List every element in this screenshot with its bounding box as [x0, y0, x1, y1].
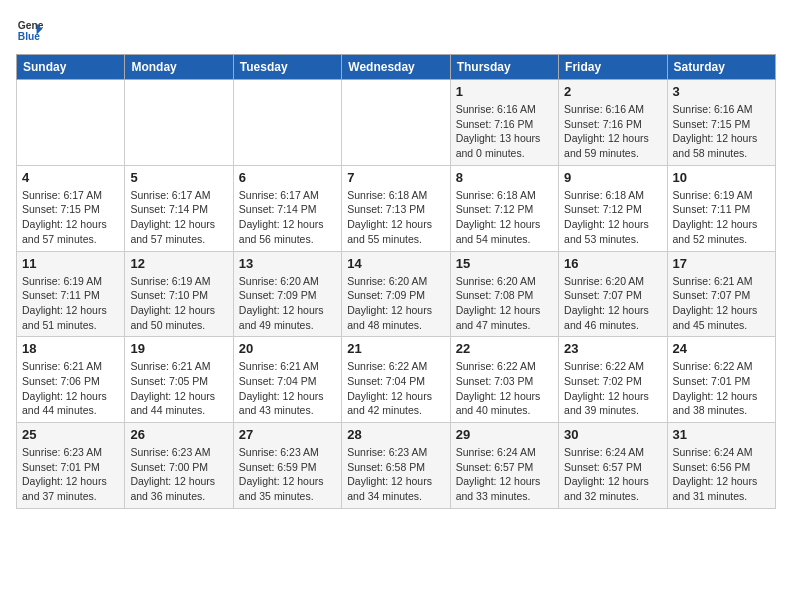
cell-date: 5: [130, 170, 227, 185]
cell-info: Sunrise: 6:24 AM Sunset: 6:57 PM Dayligh…: [564, 445, 661, 504]
cell-date: 2: [564, 84, 661, 99]
cell-date: 4: [22, 170, 119, 185]
cell-info: Sunrise: 6:17 AM Sunset: 7:14 PM Dayligh…: [130, 188, 227, 247]
cell-date: 13: [239, 256, 336, 271]
calendar-cell: 1Sunrise: 6:16 AM Sunset: 7:16 PM Daylig…: [450, 80, 558, 166]
cell-date: 25: [22, 427, 119, 442]
cell-date: 7: [347, 170, 444, 185]
cell-info: Sunrise: 6:21 AM Sunset: 7:05 PM Dayligh…: [130, 359, 227, 418]
cell-date: 27: [239, 427, 336, 442]
calendar-cell: 27Sunrise: 6:23 AM Sunset: 6:59 PM Dayli…: [233, 423, 341, 509]
cell-info: Sunrise: 6:21 AM Sunset: 7:06 PM Dayligh…: [22, 359, 119, 418]
calendar-cell: 4Sunrise: 6:17 AM Sunset: 7:15 PM Daylig…: [17, 165, 125, 251]
cell-info: Sunrise: 6:22 AM Sunset: 7:03 PM Dayligh…: [456, 359, 553, 418]
calendar-cell: 20Sunrise: 6:21 AM Sunset: 7:04 PM Dayli…: [233, 337, 341, 423]
calendar-cell: 14Sunrise: 6:20 AM Sunset: 7:09 PM Dayli…: [342, 251, 450, 337]
logo-icon: General Blue: [16, 16, 44, 44]
week-row-0: 1Sunrise: 6:16 AM Sunset: 7:16 PM Daylig…: [17, 80, 776, 166]
calendar-cell: [125, 80, 233, 166]
cell-info: Sunrise: 6:20 AM Sunset: 7:07 PM Dayligh…: [564, 274, 661, 333]
calendar-cell: 21Sunrise: 6:22 AM Sunset: 7:04 PM Dayli…: [342, 337, 450, 423]
calendar-cell: 2Sunrise: 6:16 AM Sunset: 7:16 PM Daylig…: [559, 80, 667, 166]
calendar-cell: 12Sunrise: 6:19 AM Sunset: 7:10 PM Dayli…: [125, 251, 233, 337]
week-row-1: 4Sunrise: 6:17 AM Sunset: 7:15 PM Daylig…: [17, 165, 776, 251]
page-header: General Blue: [16, 16, 776, 44]
calendar-cell: 28Sunrise: 6:23 AM Sunset: 6:58 PM Dayli…: [342, 423, 450, 509]
weekday-header-friday: Friday: [559, 55, 667, 80]
cell-info: Sunrise: 6:19 AM Sunset: 7:10 PM Dayligh…: [130, 274, 227, 333]
cell-date: 1: [456, 84, 553, 99]
calendar-cell: [17, 80, 125, 166]
cell-info: Sunrise: 6:22 AM Sunset: 7:02 PM Dayligh…: [564, 359, 661, 418]
cell-info: Sunrise: 6:20 AM Sunset: 7:08 PM Dayligh…: [456, 274, 553, 333]
cell-date: 12: [130, 256, 227, 271]
calendar-cell: 29Sunrise: 6:24 AM Sunset: 6:57 PM Dayli…: [450, 423, 558, 509]
weekday-header-saturday: Saturday: [667, 55, 775, 80]
calendar-cell: 19Sunrise: 6:21 AM Sunset: 7:05 PM Dayli…: [125, 337, 233, 423]
week-row-3: 18Sunrise: 6:21 AM Sunset: 7:06 PM Dayli…: [17, 337, 776, 423]
weekday-header-sunday: Sunday: [17, 55, 125, 80]
cell-date: 26: [130, 427, 227, 442]
cell-info: Sunrise: 6:21 AM Sunset: 7:04 PM Dayligh…: [239, 359, 336, 418]
cell-date: 10: [673, 170, 770, 185]
cell-info: Sunrise: 6:24 AM Sunset: 6:57 PM Dayligh…: [456, 445, 553, 504]
cell-date: 22: [456, 341, 553, 356]
cell-info: Sunrise: 6:18 AM Sunset: 7:13 PM Dayligh…: [347, 188, 444, 247]
calendar-cell: 22Sunrise: 6:22 AM Sunset: 7:03 PM Dayli…: [450, 337, 558, 423]
calendar-cell: 7Sunrise: 6:18 AM Sunset: 7:13 PM Daylig…: [342, 165, 450, 251]
cell-date: 19: [130, 341, 227, 356]
cell-date: 29: [456, 427, 553, 442]
cell-info: Sunrise: 6:18 AM Sunset: 7:12 PM Dayligh…: [456, 188, 553, 247]
calendar-cell: 15Sunrise: 6:20 AM Sunset: 7:08 PM Dayli…: [450, 251, 558, 337]
weekday-header-thursday: Thursday: [450, 55, 558, 80]
calendar-cell: 24Sunrise: 6:22 AM Sunset: 7:01 PM Dayli…: [667, 337, 775, 423]
calendar-cell: 30Sunrise: 6:24 AM Sunset: 6:57 PM Dayli…: [559, 423, 667, 509]
cell-date: 21: [347, 341, 444, 356]
calendar-cell: 5Sunrise: 6:17 AM Sunset: 7:14 PM Daylig…: [125, 165, 233, 251]
calendar-cell: 3Sunrise: 6:16 AM Sunset: 7:15 PM Daylig…: [667, 80, 775, 166]
calendar-cell: 31Sunrise: 6:24 AM Sunset: 6:56 PM Dayli…: [667, 423, 775, 509]
cell-info: Sunrise: 6:23 AM Sunset: 7:01 PM Dayligh…: [22, 445, 119, 504]
cell-date: 28: [347, 427, 444, 442]
cell-info: Sunrise: 6:16 AM Sunset: 7:16 PM Dayligh…: [456, 102, 553, 161]
cell-info: Sunrise: 6:22 AM Sunset: 7:01 PM Dayligh…: [673, 359, 770, 418]
cell-info: Sunrise: 6:19 AM Sunset: 7:11 PM Dayligh…: [22, 274, 119, 333]
cell-info: Sunrise: 6:18 AM Sunset: 7:12 PM Dayligh…: [564, 188, 661, 247]
calendar-cell: 8Sunrise: 6:18 AM Sunset: 7:12 PM Daylig…: [450, 165, 558, 251]
calendar-cell: 25Sunrise: 6:23 AM Sunset: 7:01 PM Dayli…: [17, 423, 125, 509]
cell-info: Sunrise: 6:19 AM Sunset: 7:11 PM Dayligh…: [673, 188, 770, 247]
calendar-cell: 11Sunrise: 6:19 AM Sunset: 7:11 PM Dayli…: [17, 251, 125, 337]
calendar-cell: 9Sunrise: 6:18 AM Sunset: 7:12 PM Daylig…: [559, 165, 667, 251]
cell-info: Sunrise: 6:24 AM Sunset: 6:56 PM Dayligh…: [673, 445, 770, 504]
calendar-cell: 18Sunrise: 6:21 AM Sunset: 7:06 PM Dayli…: [17, 337, 125, 423]
cell-info: Sunrise: 6:21 AM Sunset: 7:07 PM Dayligh…: [673, 274, 770, 333]
cell-date: 30: [564, 427, 661, 442]
calendar-cell: [342, 80, 450, 166]
cell-date: 11: [22, 256, 119, 271]
calendar-cell: [233, 80, 341, 166]
week-row-4: 25Sunrise: 6:23 AM Sunset: 7:01 PM Dayli…: [17, 423, 776, 509]
cell-date: 3: [673, 84, 770, 99]
calendar-cell: 26Sunrise: 6:23 AM Sunset: 7:00 PM Dayli…: [125, 423, 233, 509]
weekday-header-row: SundayMondayTuesdayWednesdayThursdayFrid…: [17, 55, 776, 80]
cell-info: Sunrise: 6:22 AM Sunset: 7:04 PM Dayligh…: [347, 359, 444, 418]
cell-date: 18: [22, 341, 119, 356]
cell-info: Sunrise: 6:23 AM Sunset: 6:58 PM Dayligh…: [347, 445, 444, 504]
calendar-cell: 16Sunrise: 6:20 AM Sunset: 7:07 PM Dayli…: [559, 251, 667, 337]
weekday-header-wednesday: Wednesday: [342, 55, 450, 80]
cell-date: 6: [239, 170, 336, 185]
cell-info: Sunrise: 6:20 AM Sunset: 7:09 PM Dayligh…: [239, 274, 336, 333]
cell-info: Sunrise: 6:16 AM Sunset: 7:15 PM Dayligh…: [673, 102, 770, 161]
cell-info: Sunrise: 6:23 AM Sunset: 7:00 PM Dayligh…: [130, 445, 227, 504]
calendar-table: SundayMondayTuesdayWednesdayThursdayFrid…: [16, 54, 776, 509]
cell-date: 16: [564, 256, 661, 271]
cell-date: 31: [673, 427, 770, 442]
cell-info: Sunrise: 6:17 AM Sunset: 7:14 PM Dayligh…: [239, 188, 336, 247]
cell-date: 23: [564, 341, 661, 356]
cell-info: Sunrise: 6:20 AM Sunset: 7:09 PM Dayligh…: [347, 274, 444, 333]
calendar-cell: 13Sunrise: 6:20 AM Sunset: 7:09 PM Dayli…: [233, 251, 341, 337]
cell-date: 8: [456, 170, 553, 185]
cell-date: 9: [564, 170, 661, 185]
weekday-header-tuesday: Tuesday: [233, 55, 341, 80]
cell-date: 20: [239, 341, 336, 356]
